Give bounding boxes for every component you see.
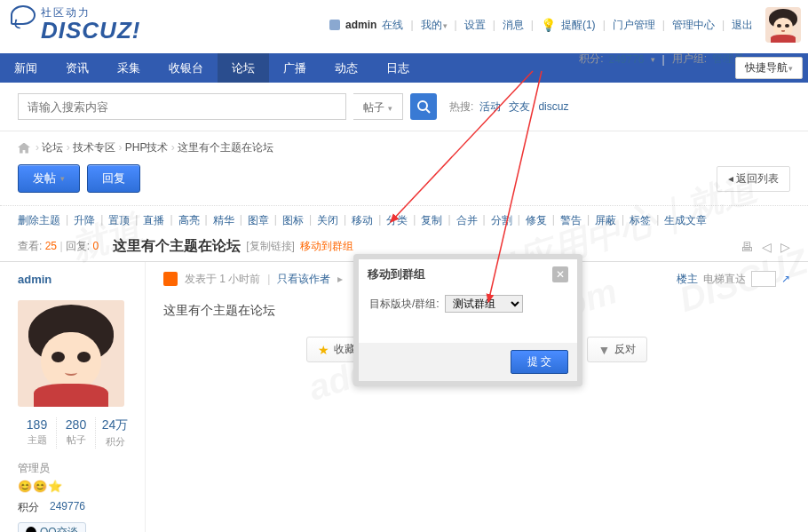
mod-action[interactable]: 标签: [630, 213, 651, 228]
mod-action[interactable]: 删除主题: [18, 213, 60, 228]
alerts-link[interactable]: 提醒(1): [561, 18, 596, 33]
views-label: 查看:: [18, 240, 42, 252]
floor-link[interactable]: 楼主: [677, 272, 698, 287]
post-time: 发表于 1 小时前: [185, 272, 260, 287]
replies-label: 回复:: [66, 240, 90, 252]
hot-link[interactable]: 交友: [509, 100, 530, 113]
user-icon: [329, 20, 340, 30]
move-to-group-link[interactable]: 移动到群组: [300, 239, 353, 254]
star-icon: ★: [318, 343, 329, 357]
target-group-select[interactable]: 测试群组: [445, 295, 523, 313]
dialog-title: 移动到群组: [368, 266, 425, 282]
search-scope-select[interactable]: 帖子 ▾: [353, 93, 403, 120]
elevator-go-icon[interactable]: ↗: [781, 273, 790, 285]
admincp-link[interactable]: 管理中心: [672, 18, 715, 33]
messages-link[interactable]: 消息: [503, 18, 524, 33]
nav-item-2[interactable]: 采集: [103, 53, 154, 83]
online-status[interactable]: 在线: [382, 18, 403, 33]
settings-link[interactable]: 设置: [464, 18, 486, 33]
portal-link[interactable]: 门户管理: [613, 18, 655, 33]
play-icon[interactable]: ▸: [337, 273, 343, 285]
mod-action[interactable]: 分类: [386, 213, 408, 228]
qq-icon: [26, 527, 36, 533]
current-user[interactable]: admin: [345, 19, 376, 31]
author-group: 管理员: [18, 461, 134, 476]
svg-point-0: [418, 101, 427, 110]
mod-action[interactable]: 置顶: [108, 213, 130, 228]
main-nav: 新闻资讯采集收银台论坛广播动态日志快捷导航 ▾: [0, 53, 808, 83]
move-dialog: 移动到群组 ✕ 目标版块/群组: 测试群组 提 交: [353, 254, 582, 386]
nav-item-6[interactable]: 动态: [321, 53, 372, 83]
mod-toolbar: 删除主题|升降|置顶|直播|高亮|精华|图章|图标|关闭|移动|分类|复制|合并…: [0, 205, 808, 234]
crumb-item[interactable]: PHP技术: [125, 141, 169, 154]
breadcrumb: › 论坛 › 技术专区 › PHP技术 › 这里有个主题在论坛: [0, 131, 808, 164]
mod-action[interactable]: 图标: [282, 213, 304, 228]
dialog-submit-button[interactable]: 提 交: [511, 350, 568, 374]
mod-action[interactable]: 分割: [491, 213, 512, 228]
mod-action[interactable]: 复制: [421, 213, 442, 228]
mod-action[interactable]: 升降: [74, 213, 95, 228]
replies-count: 0: [93, 240, 99, 252]
user-stat[interactable]: 189主题: [18, 417, 56, 449]
quicknav-button[interactable]: 快捷导航 ▾: [735, 57, 803, 79]
logo[interactable]: 社区动力 DISCUZ!: [11, 2, 140, 44]
crumb-item[interactable]: 这里有个主题在论坛: [178, 141, 273, 154]
mod-action[interactable]: 图章: [248, 213, 269, 228]
only-author-link[interactable]: 只看该作者: [277, 272, 330, 287]
search-icon: [416, 99, 431, 114]
hot-label: 热搜:: [449, 100, 473, 113]
dialog-close-button[interactable]: ✕: [552, 266, 568, 282]
crumb-item[interactable]: 技术专区: [73, 141, 115, 154]
mod-action[interactable]: 警告: [560, 213, 582, 228]
back-to-list-button[interactable]: ◂ 返回列表: [717, 166, 790, 192]
hot-link[interactable]: 活动: [479, 100, 501, 113]
home-icon[interactable]: [18, 143, 30, 154]
my-link[interactable]: 我的▾: [421, 18, 448, 33]
logout-link[interactable]: 退出: [732, 18, 753, 33]
logo-text: DISCUZ!: [41, 17, 140, 44]
copy-link[interactable]: [复制链接]: [246, 239, 295, 254]
crumb-item[interactable]: 论坛: [42, 141, 63, 154]
dialog-field-label: 目标版块/群组:: [369, 297, 440, 312]
nav-item-1[interactable]: 资讯: [51, 53, 103, 83]
close-icon: ✕: [556, 268, 565, 281]
print-icon[interactable]: 🖶: [741, 240, 753, 254]
mod-action[interactable]: 直播: [143, 213, 164, 228]
search-button[interactable]: [410, 93, 437, 120]
mod-action[interactable]: 精华: [213, 213, 234, 228]
reply-button[interactable]: 回复: [87, 164, 140, 193]
mod-action[interactable]: 生成文章: [664, 213, 707, 228]
elevator-label: 电梯直达: [703, 272, 746, 287]
arrow-down-icon: ▼: [598, 343, 611, 357]
floor-badge-icon: [163, 272, 178, 286]
mod-action[interactable]: 修复: [526, 213, 547, 228]
mod-action[interactable]: 移动: [352, 213, 373, 228]
nav-item-0[interactable]: 新闻: [0, 53, 51, 83]
nav-item-7[interactable]: 日志: [372, 53, 424, 83]
post-author[interactable]: admin: [18, 273, 51, 286]
next-icon[interactable]: ▷: [780, 240, 790, 254]
rank-icons: 😊😊⭐: [18, 480, 134, 493]
avatar-small[interactable]: [765, 7, 801, 43]
avatar-large[interactable]: [18, 300, 124, 407]
credit-value[interactable]: 249776: [50, 500, 85, 515]
nav-item-4[interactable]: 论坛: [218, 53, 269, 83]
nav-item-3[interactable]: 收银台: [154, 53, 218, 83]
svg-line-1: [426, 109, 430, 113]
mod-action[interactable]: 关闭: [317, 213, 338, 228]
user-stat[interactable]: 24万积分: [95, 417, 134, 449]
mod-action[interactable]: 高亮: [178, 213, 200, 228]
prev-icon[interactable]: ◁: [762, 240, 772, 254]
user-stat[interactable]: 280帖子: [56, 417, 95, 449]
thread-title: 这里有个主题在论坛: [113, 237, 241, 256]
mod-action[interactable]: 合并: [456, 213, 478, 228]
elevator-input[interactable]: [751, 271, 776, 287]
lamp-icon: 💡: [541, 18, 556, 32]
qq-chat-button[interactable]: QQ交谈: [18, 522, 86, 532]
mod-action[interactable]: 屏蔽: [595, 213, 616, 228]
against-button[interactable]: ▼反对: [587, 337, 648, 362]
nav-item-5[interactable]: 广播: [269, 53, 321, 83]
hot-link[interactable]: discuz: [538, 100, 568, 113]
search-input[interactable]: [18, 93, 346, 120]
new-post-button[interactable]: 发帖 ▾: [18, 164, 80, 193]
